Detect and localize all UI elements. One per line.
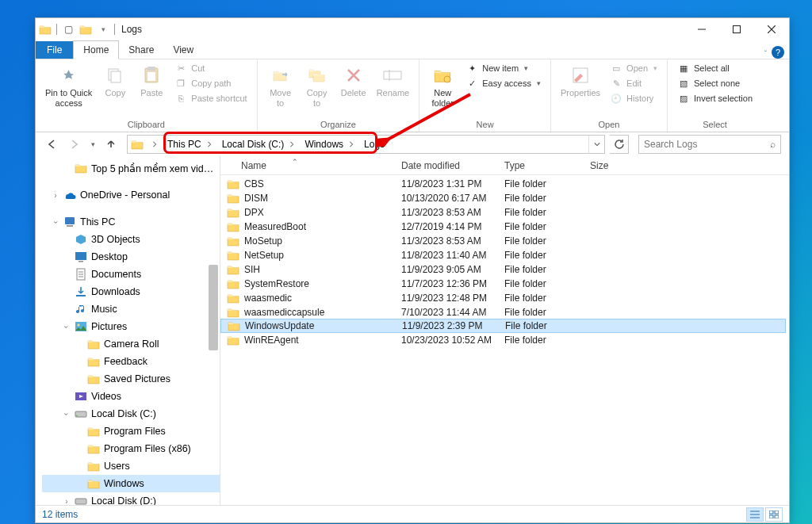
- maximize-button[interactable]: [719, 18, 754, 40]
- thispc-item[interactable]: ›This PC: [42, 213, 220, 231]
- file-row[interactable]: SIH11/9/2023 9:05 AMFile folder: [220, 262, 789, 277]
- file-row[interactable]: MoSetup11/3/2023 8:53 AMFile folder: [220, 234, 789, 248]
- copy-to-button[interactable]: Copy to: [301, 61, 334, 111]
- qat-separator: [56, 24, 57, 35]
- file-row[interactable]: DPX11/3/2023 8:53 AMFile folder: [220, 205, 789, 220]
- rename-icon: [381, 64, 404, 86]
- file-row[interactable]: SystemRestore11/7/2023 12:36 PMFile fold…: [220, 277, 789, 291]
- qat-newfolder-icon[interactable]: [79, 23, 92, 36]
- file-row[interactable]: CBS11/8/2023 1:31 PMFile folder: [220, 177, 789, 191]
- file-row[interactable]: MeasuredBoot12/7/2019 4:14 PMFile folder: [220, 220, 789, 234]
- invert-selection-icon: ▨: [677, 92, 690, 105]
- cut-button[interactable]: ✂Cut: [171, 61, 250, 75]
- path-folder-icon[interactable]: [129, 136, 145, 152]
- tab-file[interactable]: File: [36, 41, 73, 59]
- folder-icon: [227, 249, 239, 262]
- navpane-scrollbar-thumb[interactable]: [209, 265, 218, 350]
- pin-to-quick-access-button[interactable]: Pin to Quick access: [42, 61, 95, 111]
- ribbon-collapse-icon[interactable]: ˇ: [764, 50, 767, 59]
- column-date[interactable]: Date modified: [395, 160, 498, 171]
- nav-item-icon: [75, 495, 87, 505]
- onedrive-icon: [63, 189, 76, 201]
- path-dropdown-button[interactable]: [588, 136, 604, 153]
- up-button[interactable]: [102, 136, 120, 153]
- move-to-button[interactable]: Move to: [264, 61, 297, 111]
- breadcrumb-thispc[interactable]: This PC: [163, 136, 217, 153]
- nav-item[interactable]: Windows: [42, 475, 220, 492]
- nav-item[interactable]: ›Local Disk (C:): [42, 405, 220, 423]
- breadcrumb-root[interactable]: [147, 136, 163, 153]
- nav-item[interactable]: 3D Objects: [42, 231, 220, 248]
- file-row[interactable]: waasmediccapsule7/10/2023 11:44 AMFile f…: [220, 305, 789, 319]
- breadcrumb-cdrive[interactable]: Local Disk (C:): [217, 136, 301, 153]
- breadcrumb-bar[interactable]: This PC Local Disk (C:) Windows Logs: [127, 135, 605, 154]
- column-type[interactable]: Type: [498, 160, 584, 171]
- status-bar: 12 items: [36, 505, 789, 522]
- tab-share[interactable]: Share: [119, 41, 163, 59]
- column-size[interactable]: Size: [584, 160, 631, 171]
- history-button[interactable]: 🕘History: [607, 91, 661, 105]
- onedrive-item[interactable]: ›OneDrive - Personal: [42, 186, 220, 204]
- column-name[interactable]: Name: [220, 160, 395, 171]
- qat-customize-icon[interactable]: ▾: [97, 23, 109, 36]
- recent-locations-button[interactable]: ▾: [88, 136, 98, 153]
- copy-button[interactable]: Copy: [98, 61, 132, 101]
- open-button[interactable]: ▭Open ▾: [607, 61, 661, 75]
- nav-item-icon: [75, 285, 87, 298]
- large-icons-view-button[interactable]: [765, 507, 783, 522]
- nav-item[interactable]: Videos: [42, 388, 220, 405]
- tab-view[interactable]: View: [163, 41, 203, 59]
- tab-home[interactable]: Home: [73, 40, 119, 59]
- explorer-window: ▢ ▾ Logs File Home Share View ˇ ? Pin to…: [35, 17, 790, 523]
- close-button[interactable]: [754, 18, 789, 40]
- delete-button[interactable]: Delete: [337, 61, 370, 101]
- nav-item[interactable]: Saved Pictures: [42, 370, 220, 388]
- file-row[interactable]: WinREAgent10/23/2023 10:52 AMFile folder: [220, 333, 789, 347]
- nav-item[interactable]: Users: [42, 457, 220, 475]
- paste-shortcut-button[interactable]: ⎘Paste shortcut: [171, 91, 250, 105]
- rename-button[interactable]: Rename: [373, 61, 413, 101]
- file-row[interactable]: waasmedic11/9/2023 12:48 PMFile folder: [220, 291, 789, 305]
- folder-icon: [227, 334, 239, 346]
- nav-item[interactable]: Program Files: [42, 423, 220, 440]
- breadcrumb-windows[interactable]: Windows: [300, 136, 359, 153]
- qat-properties-icon[interactable]: ▢: [62, 23, 75, 36]
- search-input[interactable]: Search Logs ⌕: [638, 135, 781, 154]
- new-item-button[interactable]: ✦New item ▾: [462, 61, 544, 75]
- forward-button[interactable]: [66, 136, 83, 153]
- breadcrumb-logs[interactable]: Logs: [359, 136, 389, 153]
- paste-button[interactable]: Paste: [135, 61, 168, 101]
- nav-item[interactable]: Desktop: [42, 248, 220, 266]
- folder-icon: [228, 319, 240, 332]
- edit-button[interactable]: ✎Edit: [607, 76, 661, 90]
- invert-selection-button[interactable]: ▨Invert selection: [674, 91, 756, 105]
- nav-item[interactable]: ›Pictures: [42, 318, 220, 335]
- details-view-button[interactable]: [746, 507, 764, 522]
- file-row[interactable]: WindowsUpdate11/9/2023 2:39 PMFile folde…: [220, 319, 786, 333]
- nav-item[interactable]: Camera Roll: [42, 335, 220, 353]
- nav-item[interactable]: Music: [42, 300, 220, 318]
- navigation-pane[interactable]: Top 5 phần mềm xem video trên máy tính ›…: [36, 156, 220, 505]
- group-label-clipboard: Clipboard: [128, 118, 165, 131]
- select-all-button[interactable]: ▦Select all: [674, 61, 756, 75]
- back-button[interactable]: [44, 136, 61, 153]
- svg-rect-16: [76, 295, 86, 296]
- help-icon[interactable]: ?: [772, 46, 784, 59]
- file-row[interactable]: DISM10/13/2020 6:17 AMFile folder: [220, 191, 789, 205]
- nav-item[interactable]: Program Files (x86): [42, 440, 220, 457]
- select-none-button[interactable]: ▧Select none: [674, 76, 756, 90]
- file-row[interactable]: NetSetup11/8/2023 11:40 AMFile folder: [220, 248, 789, 262]
- nav-item[interactable]: ›Local Disk (D:): [42, 492, 220, 505]
- minimize-button[interactable]: [684, 18, 719, 40]
- properties-button[interactable]: Properties: [557, 61, 603, 101]
- easy-access-button[interactable]: ✓Easy access ▾: [462, 76, 544, 90]
- nav-item[interactable]: Downloads: [42, 283, 220, 300]
- quickaccess-recent-item[interactable]: Top 5 phần mềm xem video trên máy tính: [42, 159, 220, 177]
- new-folder-button[interactable]: New folder: [426, 61, 459, 111]
- item-count: 12 items: [42, 509, 78, 520]
- nav-item[interactable]: Feedback: [42, 353, 220, 370]
- refresh-button[interactable]: [610, 135, 629, 154]
- copy-path-button[interactable]: ❐Copy path: [171, 76, 250, 90]
- column-headers[interactable]: ⌃ Name Date modified Type Size: [220, 156, 789, 175]
- nav-item[interactable]: Documents: [42, 266, 220, 283]
